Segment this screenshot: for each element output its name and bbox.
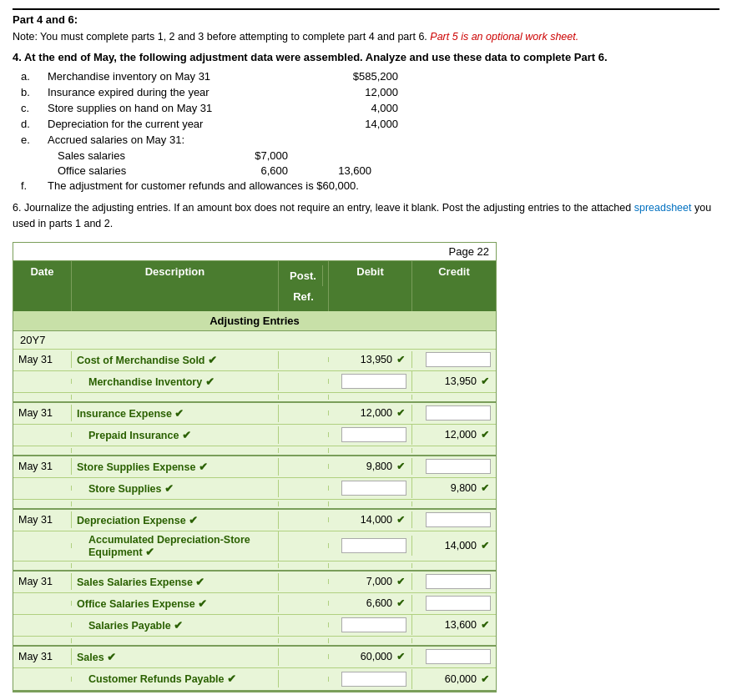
section6-instructions: 6. Journalize the adjusting entries. If … xyxy=(13,200,719,232)
adj-label-b: b. xyxy=(21,86,48,98)
credit-input-sales-sal[interactable] xyxy=(426,574,491,589)
adj-label-e: e. xyxy=(21,133,48,146)
debit-cell xyxy=(329,536,412,556)
postref-cell xyxy=(279,464,329,469)
date-cell: May 31 xyxy=(13,511,72,528)
debit-cell: 60,000✔ xyxy=(329,648,412,665)
debit-input-cust-refunds[interactable] xyxy=(341,672,406,687)
credit-input-ins-exp[interactable] xyxy=(426,405,491,421)
table-row: May 31 Sales Salaries Expense ✔ 7,000✔ xyxy=(13,572,496,593)
credit-cell xyxy=(412,593,496,613)
credit-input-store-sup-exp[interactable] xyxy=(426,459,491,474)
credit-cell xyxy=(412,510,496,530)
adj-label-d: d. xyxy=(21,118,48,130)
credit-cell: 9,800✔ xyxy=(412,480,496,496)
credit-input-cost-merch[interactable] xyxy=(426,352,491,367)
date-cell xyxy=(13,486,72,491)
part-heading: Part 4 and 6: xyxy=(13,8,719,26)
postref-cell xyxy=(279,579,329,584)
debit-input-store-sup[interactable] xyxy=(341,481,406,496)
adj-col2-a: $585,200 xyxy=(323,70,398,83)
adj-desc-f: The adjustment for customer refunds and … xyxy=(48,179,359,192)
table-row: Office Salaries Expense ✔ 6,600✔ xyxy=(13,593,496,615)
date-cell xyxy=(13,622,72,627)
table-row: May 31 Insurance Expense ✔ 12,000✔ xyxy=(13,403,496,425)
desc-cell-store-sup: Store Supplies ✔ xyxy=(72,480,279,497)
table-row: Salaries Payable ✔ 13,600✔ xyxy=(13,615,496,637)
spacer-row xyxy=(13,637,496,645)
credit-input-office-sal[interactable] xyxy=(426,596,491,611)
adj-label-c: c. xyxy=(21,102,48,114)
credit-cell xyxy=(412,572,496,592)
date-cell: May 31 xyxy=(13,458,72,475)
credit-cell xyxy=(412,403,496,423)
credit-cell xyxy=(412,456,496,476)
postref-cell xyxy=(279,379,329,384)
table-row: Prepaid Insurance ✔ 12,000✔ xyxy=(13,425,496,446)
credit-cell xyxy=(412,350,496,370)
entry-group-4: May 31 Depreciation Expense ✔ 14,000✔ Ac… xyxy=(13,510,496,572)
spacer-row xyxy=(13,393,496,401)
desc-cell-office-sal-exp: Office Salaries Expense ✔ xyxy=(72,595,279,612)
adj-sub-col1-office: 6,600 xyxy=(221,164,296,177)
adj-sub-desc-sales: Sales salaries xyxy=(58,149,221,162)
debit-input-sal-payable[interactable] xyxy=(341,617,406,632)
debit-cell xyxy=(329,425,412,445)
adj-desc-c: Store supplies on hand on May 31 xyxy=(48,102,248,114)
col-header-debit: Debit xyxy=(329,261,412,311)
adj-desc-e: Accrued salaries on May 31: xyxy=(48,133,248,146)
spacer-row xyxy=(13,500,496,508)
date-cell xyxy=(13,432,72,437)
table-row: Accumulated Depreciation-Store Equipment… xyxy=(13,531,496,562)
debit-cell: 12,000✔ xyxy=(329,405,412,421)
desc-cell-dep-exp: Depreciation Expense ✔ xyxy=(72,511,279,529)
debit-cell: 7,000✔ xyxy=(329,573,412,590)
desc-cell-sal-payable: Salaries Payable ✔ xyxy=(72,617,279,634)
debit-input-merch-inv[interactable] xyxy=(341,374,406,389)
adj-label-a: a. xyxy=(21,70,48,83)
col-header-postref: Post. Ref. xyxy=(279,261,329,311)
credit-cell: 14,000✔ xyxy=(412,537,496,554)
debit-cell: 6,600✔ xyxy=(329,595,412,612)
adj-label-f: f. xyxy=(21,179,48,192)
debit-cell xyxy=(329,371,412,391)
credit-cell: 60,000✔ xyxy=(412,671,496,687)
date-cell: May 31 xyxy=(13,648,72,665)
spacer-row xyxy=(13,562,496,570)
desc-cell-cust-refunds: Customer Refunds Payable ✔ xyxy=(72,670,279,687)
postref-cell xyxy=(279,622,329,627)
postref-cell xyxy=(279,601,329,606)
postref-cell xyxy=(279,654,329,659)
credit-cell: 13,950✔ xyxy=(412,373,496,390)
postref-cell xyxy=(279,677,329,682)
adj-col2-d: 14,000 xyxy=(323,118,398,130)
postref-cell xyxy=(279,410,329,415)
date-cell xyxy=(13,601,72,606)
table-row: May 31 Depreciation Expense ✔ 14,000✔ xyxy=(13,510,496,531)
credit-input-dep-exp[interactable] xyxy=(426,512,491,527)
adj-sub-desc-office: Office salaries xyxy=(58,164,221,177)
table-row: Customer Refunds Payable ✔ 60,000✔ xyxy=(13,668,496,690)
adj-sub-col1-sales: $7,000 xyxy=(221,149,296,162)
spreadsheet-link[interactable]: spreadsheet xyxy=(634,202,692,214)
adj-desc-d: Depreciation for the current year xyxy=(48,118,248,130)
debit-input-prepaid-ins[interactable] xyxy=(341,427,406,442)
debit-cell: 9,800✔ xyxy=(329,458,412,475)
desc-cell-sales-sal-exp: Sales Salaries Expense ✔ xyxy=(72,573,279,591)
date-cell xyxy=(13,379,72,384)
adj-col2-c: 4,000 xyxy=(323,102,398,114)
postref-cell xyxy=(279,486,329,491)
table-row: May 31 Cost of Merchandise Sold ✔ 13,950… xyxy=(13,350,496,371)
adj-col2-b: 12,000 xyxy=(323,86,398,98)
desc-cell-cost-merch: Cost of Merchandise Sold ✔ xyxy=(72,351,279,369)
adj-item-f: f. The adjustment for customer refunds a… xyxy=(21,179,719,192)
date-cell: May 31 xyxy=(13,351,72,368)
table-row: Merchandise Inventory ✔ 13,950✔ xyxy=(13,371,496,393)
adj-sub-e: Sales salaries $7,000 Office salaries 6,… xyxy=(58,149,719,177)
debit-input-accum-dep[interactable] xyxy=(341,538,406,553)
debit-cell: 13,950✔ xyxy=(329,351,412,368)
spacer-row xyxy=(13,446,496,455)
credit-input-sales[interactable] xyxy=(426,649,491,664)
entry-group-1: May 31 Cost of Merchandise Sold ✔ 13,950… xyxy=(13,350,496,403)
entry-group-6: May 31 Sales ✔ 60,000✔ Customer Refunds … xyxy=(13,647,496,692)
